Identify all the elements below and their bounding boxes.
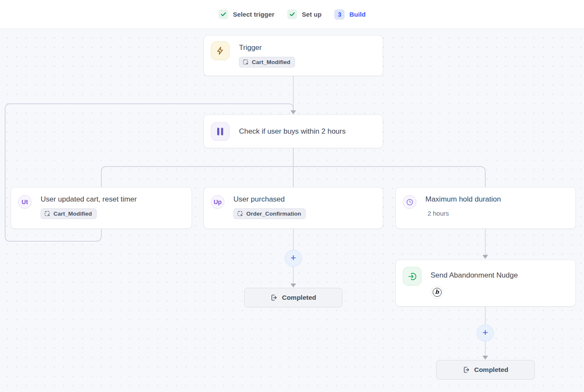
step-number-badge: 3 bbox=[334, 9, 345, 20]
node-title: User purchased bbox=[233, 194, 285, 205]
exit-icon bbox=[463, 366, 470, 374]
step-set-up[interactable]: Set up bbox=[287, 9, 321, 19]
branch-reset-node[interactable]: Ut User updated cart, reset timer Cart_M… bbox=[11, 187, 192, 229]
step-label: Select trigger bbox=[233, 11, 274, 18]
avatar-ut: Ut bbox=[18, 195, 32, 209]
step-build[interactable]: 3 Build bbox=[334, 9, 366, 20]
event-tag[interactable]: Cart_Modified bbox=[41, 208, 97, 219]
node-title: Trigger bbox=[239, 43, 262, 53]
completed-end-node[interactable]: Completed bbox=[244, 288, 342, 307]
pause-icon bbox=[211, 122, 230, 141]
clock-icon bbox=[403, 195, 416, 209]
trigger-node[interactable]: Trigger Cart_Modified bbox=[204, 35, 383, 76]
send-into-icon bbox=[403, 267, 422, 286]
lightning-icon bbox=[211, 41, 230, 60]
exit-icon bbox=[270, 294, 278, 301]
workflow-canvas[interactable]: Trigger Cart_Modified Check if user buys… bbox=[0, 29, 584, 392]
stepper-bar: Select trigger Set up 3 Build bbox=[0, 0, 584, 29]
hold-duration-value: 2 hours bbox=[428, 210, 449, 217]
add-step-button[interactable]: + bbox=[477, 325, 494, 342]
completed-label: Completed bbox=[282, 294, 316, 301]
check-icon bbox=[218, 9, 228, 19]
node-title: Maximum hold duration bbox=[425, 194, 501, 205]
event-tag[interactable]: Cart_Modified bbox=[239, 57, 295, 67]
braze-logo-icon: b bbox=[431, 286, 443, 298]
step-label: Set up bbox=[302, 11, 321, 18]
event-icon bbox=[44, 211, 50, 217]
step-label: Build bbox=[349, 11, 366, 18]
event-tag-label: Order_Confirmation bbox=[246, 211, 301, 217]
node-title: Send Abandonment Nudge bbox=[431, 270, 518, 281]
event-tag[interactable]: Order_Confirmation bbox=[233, 208, 306, 219]
node-title: Check if user buys within 2 hours bbox=[239, 126, 345, 137]
add-step-button[interactable]: + bbox=[285, 250, 302, 267]
node-title: User updated cart, reset timer bbox=[41, 194, 137, 205]
plus-icon: + bbox=[291, 253, 296, 263]
event-icon bbox=[237, 211, 243, 217]
hold-check-node[interactable]: Check if user buys within 2 hours bbox=[204, 114, 383, 148]
avatar-up: Up bbox=[211, 195, 224, 209]
branch-max-hold-node[interactable]: Maximum hold duration 2 hours bbox=[395, 187, 576, 229]
plus-icon: + bbox=[483, 328, 488, 337]
completed-label: Completed bbox=[474, 366, 508, 374]
event-tag-label: Cart_Modified bbox=[252, 59, 290, 65]
branch-purchased-node[interactable]: Up User purchased Order_Confirmation bbox=[204, 187, 383, 229]
event-tag-label: Cart_Modified bbox=[53, 211, 92, 217]
step-select-trigger[interactable]: Select trigger bbox=[218, 9, 274, 19]
event-icon bbox=[243, 59, 249, 65]
completed-end-node[interactable]: Completed bbox=[436, 360, 535, 380]
check-icon bbox=[287, 9, 297, 19]
nudge-action-node[interactable]: Send Abandonment Nudge b bbox=[395, 260, 576, 307]
